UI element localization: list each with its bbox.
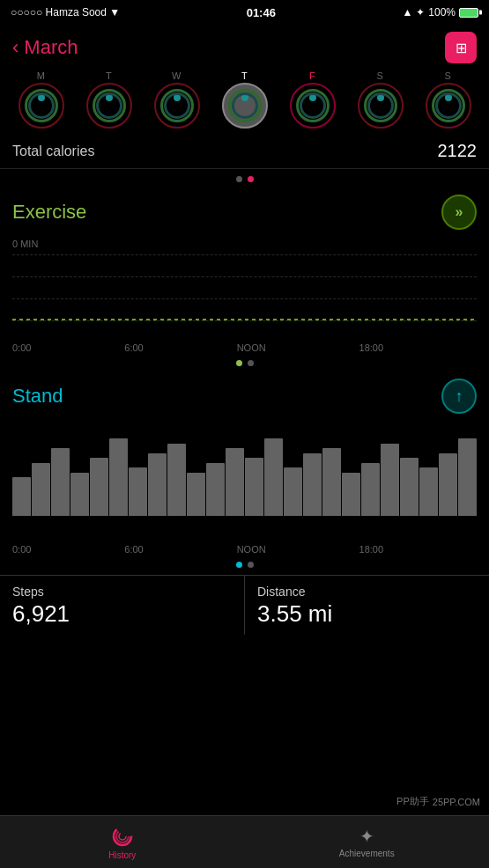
ring-dot-t1 [106, 94, 113, 101]
back-button[interactable]: ‹ March [12, 36, 78, 59]
bluetooth-icon: ✦ [416, 6, 425, 18]
back-chevron-icon: ‹ [12, 36, 19, 59]
tab-achievements[interactable]: ✦ Achievements [245, 826, 490, 858]
stand-bar-6 [129, 467, 147, 516]
day-label-s1: S [377, 70, 384, 81]
watermark: PP助手 25PP.COM [396, 795, 480, 808]
exercise-section-header: Exercise » [0, 186, 489, 235]
stand-bar-19 [381, 444, 399, 517]
day-circle-m [19, 83, 64, 129]
stand-dots [0, 555, 489, 571]
day-circle-s2 [426, 83, 471, 129]
exercise-detail-button[interactable]: » [441, 195, 477, 230]
day-label-t2: T [241, 70, 248, 81]
stand-bar-2 [51, 448, 70, 516]
stand-bar-0 [12, 477, 31, 516]
day-tuesday[interactable]: T [79, 70, 139, 132]
ring-f [296, 89, 330, 122]
ring-dot-t2 [241, 94, 248, 101]
stand-bar-4 [90, 458, 108, 516]
day-saturday[interactable]: S [351, 70, 411, 132]
dot-green-1 [236, 360, 242, 366]
stand-bar-13 [264, 438, 283, 516]
achievements-label: Achievements [339, 849, 395, 858]
battery-percent: 100% [428, 6, 456, 18]
ring-w [160, 89, 194, 122]
calories-dots [0, 169, 489, 186]
ring-dot-s2 [445, 94, 452, 101]
exercise-chart: 0 MIN [0, 235, 489, 341]
stand-detail-button[interactable]: ↑ [441, 379, 477, 414]
time-noon: NOON [237, 342, 266, 353]
stand-bar-22 [439, 453, 457, 517]
svg-point-1 [116, 830, 129, 842]
exercise-arrow-icon: » [456, 204, 463, 220]
bottom-stats: Steps 6,921 Distance 3.55 mi [0, 575, 489, 635]
grid-line-1 [12, 276, 477, 277]
ring-dot-f [309, 94, 316, 101]
stand-bar-23 [458, 438, 477, 516]
day-circle-w [154, 83, 200, 129]
tab-history[interactable]: History [0, 824, 245, 860]
stand-time-noon: NOON [237, 544, 266, 555]
time-0: 0:00 [12, 342, 31, 353]
time-6: 6:00 [124, 342, 143, 353]
stand-bar-17 [342, 473, 360, 517]
time-text: 01:46 [247, 6, 276, 19]
day-wednesday[interactable]: W [147, 70, 207, 132]
day-circle-t2 [222, 83, 268, 129]
day-label-m: M [37, 70, 46, 81]
stand-bar-21 [419, 467, 438, 516]
day-thursday[interactable]: T [215, 70, 275, 132]
stand-bar-10 [206, 463, 225, 517]
stand-time-labels: 0:00 6:00 NOON 18:00 [0, 542, 489, 555]
ring-dot-m [38, 94, 45, 101]
ring-dot-s1 [377, 94, 384, 101]
day-friday[interactable]: F [283, 70, 343, 132]
stand-bar-9 [187, 473, 205, 517]
status-bar: ○○○○○ Hamza Sood ▼ 01:46 ▲ ✦ 100% [0, 0, 489, 25]
exercise-dots [0, 353, 489, 370]
calendar-icon: ⊞ [456, 40, 467, 56]
day-monday[interactable]: M [11, 70, 71, 132]
week-row: M T W T F [0, 69, 489, 132]
total-calories-row: Total calories 2122 [0, 132, 489, 169]
steps-label: Steps [12, 585, 232, 599]
dot-cyan-1 [236, 562, 242, 568]
day-label-s2: S [445, 70, 452, 81]
dot-gray-1 [236, 176, 242, 182]
steps-value: 6,921 [12, 600, 232, 628]
steps-col: Steps 6,921 [0, 576, 245, 635]
exercise-zero-label: 0 MIN [12, 239, 38, 249]
signal-icon: ▲ [402, 6, 412, 18]
stand-bar-1 [32, 463, 50, 517]
stand-bar-8 [167, 444, 186, 517]
stand-time-0: 0:00 [12, 544, 31, 555]
ring-s1 [364, 89, 397, 122]
ring-m [25, 89, 58, 122]
watermark-domain: 25PP.COM [433, 797, 480, 807]
stand-chart-container [0, 419, 489, 542]
ring-t2 [228, 89, 262, 122]
stand-bar-16 [322, 448, 341, 516]
stand-arrow-icon: ↑ [456, 387, 463, 406]
day-sunday[interactable]: S [419, 70, 478, 132]
ring-t1 [93, 89, 126, 122]
distance-label: Distance [257, 585, 477, 599]
exercise-title: Exercise [12, 201, 86, 224]
watermark-text: PP助手 [396, 795, 429, 808]
distance-col: Distance 3.55 mi [245, 576, 489, 635]
ring-dot-w [174, 94, 181, 101]
stand-bars [12, 419, 477, 516]
grid-line-2 [12, 298, 477, 299]
stand-bar-3 [70, 473, 89, 517]
stand-bar-18 [361, 463, 380, 517]
carrier-text: ○○○○○ Hamza Sood ▼ [11, 6, 120, 18]
day-circle-s1 [358, 83, 404, 129]
stand-bar-12 [245, 458, 263, 516]
day-circle-t1 [86, 83, 132, 129]
stand-bar-5 [109, 438, 128, 516]
calendar-button[interactable]: ⊞ [445, 32, 477, 63]
exercise-time-labels: 0:00 6:00 NOON 18:00 [0, 341, 489, 353]
tab-bar: History ✦ Achievements [0, 815, 489, 868]
